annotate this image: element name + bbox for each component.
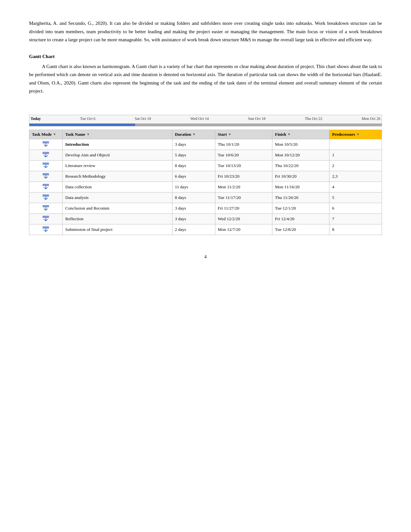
cell-start: Thu 10/1/20 [215,139,272,150]
cell-predecessors: 7 [329,213,382,224]
th-start-label: Start [218,132,227,137]
cell-task-mode [29,182,63,192]
table-row: Develop Aim and Objecti5 daysTue 10/6/20… [29,150,382,160]
cell-finish: Tue 12/1/20 [272,203,329,213]
th-task-name[interactable]: Task Name ▼ [63,130,172,139]
cell-predecessors: 5 [329,192,382,203]
cell-predecessors: 4 [329,182,382,192]
table-row: Conclusion and Recomm3 daysFri 11/27/20T… [29,203,382,213]
cell-task-name: Introduction [63,139,172,150]
table-row: Data collection11 daysMon 11/2/20Mon 11/… [29,182,382,192]
task-mode-icon [42,141,49,148]
table-row: Data analysis8 daysTue 11/17/20Thu 11/26… [29,192,382,203]
cell-task-name: Literature review [63,160,172,171]
page-number: 4 [29,254,382,260]
cell-finish: Mon 10/5/20 [272,139,329,150]
svg-rect-16 [43,226,49,229]
table-row: Research Methodology6 daysFri 10/23/20Fr… [29,171,382,182]
cell-task-name: Reflection [63,213,172,224]
cell-task-mode [29,203,63,213]
cell-finish: Thu 11/26/20 [272,192,329,203]
svg-rect-0 [43,141,49,143]
th-duration-arrow: ▼ [192,133,196,136]
svg-rect-12 [43,205,49,207]
th-start-arrow: ▼ [228,133,231,136]
gantt-timeline-progress-bar [29,123,382,126]
cell-finish: Fri 10/30/20 [272,171,329,182]
th-start[interactable]: Start ▼ [215,130,272,139]
cell-duration: 3 days [172,203,215,213]
cell-start: Fri 10/23/20 [215,171,272,182]
cell-task-mode [29,213,63,224]
cell-predecessors: 1 [329,150,382,160]
gantt-chart-container: Today Tue Oct 6 Sat Oct 10 Wed Oct 14 Su… [29,115,382,235]
th-predecessors[interactable]: Predecessors ▼ [329,130,382,139]
cell-task-name: Submission of final project [63,224,172,235]
cell-finish: Mon 11/16/20 [272,182,329,192]
task-mode-icon [42,173,49,180]
table-header-row: Task Mode ▼ Task Name ▼ Duration ▼ [29,130,382,139]
cell-start: Tue 11/17/20 [215,192,272,203]
cell-task-name: Research Methodology [63,171,172,182]
table-row: Literature review8 daysTue 10/13/20Thu 1… [29,160,382,171]
cell-task-name: Conclusion and Recomm [63,203,172,213]
th-predecessors-label: Predecessors [332,132,355,137]
svg-rect-2 [43,152,49,154]
cell-duration: 3 days [172,139,215,150]
gantt-table: Task Mode ▼ Task Name ▼ Duration ▼ [29,130,382,235]
gantt-timeline: Today Tue Oct 6 Sat Oct 10 Wed Oct 14 Su… [29,115,382,126]
cell-finish: Mon 10/12/20 [272,150,329,160]
th-finish-label: Finish [275,132,286,137]
cell-task-mode [29,224,63,235]
cell-predecessors: 2,3 [329,171,382,182]
task-mode-icon [42,152,49,159]
th-finish[interactable]: Finish ▼ [272,130,329,139]
cell-task-name: Develop Aim and Objecti [63,150,172,160]
task-mode-icon [42,226,49,233]
svg-rect-8 [43,184,49,186]
svg-rect-14 [43,216,49,218]
cell-duration: 6 days [172,171,215,182]
cell-start: Fri 11/27/20 [215,203,272,213]
cell-task-name: Data collection [63,182,172,192]
timeline-label-today: Today [31,116,41,121]
th-task-mode-label: Task Mode [32,132,52,137]
th-task-mode-arrow: ▼ [53,133,56,136]
cell-duration: 8 days [172,192,215,203]
timeline-label-sun-oct-18: Sun Oct 18 [248,116,265,121]
timeline-label-thu-oct-22: Thu Oct 22 [305,116,322,121]
cell-task-mode [29,192,63,203]
cell-finish: Fri 12/4/20 [272,213,329,224]
th-task-name-label: Task Name [65,132,85,137]
cell-finish: Thu 10/22/20 [272,160,329,171]
th-task-mode[interactable]: Task Mode ▼ [29,130,63,139]
cell-predecessors: 8 [329,224,382,235]
cell-duration: 3 days [172,213,215,224]
cell-task-name: Data analysis [63,192,172,203]
cell-predecessors: 2 [329,160,382,171]
cell-start: Mon 12/7/20 [215,224,272,235]
cell-start: Tue 10/6/20 [215,150,272,160]
task-mode-icon [42,194,49,201]
svg-rect-6 [43,173,49,175]
th-finish-arrow: ▼ [288,133,291,136]
cell-start: Tue 10/13/20 [215,160,272,171]
task-mode-icon [42,183,49,191]
gantt-chart-heading: Gantt Chart [29,54,382,59]
paragraph-2: A Gantt chart is also known as harmonogr… [29,63,382,95]
svg-rect-4 [43,163,49,165]
cell-duration: 5 days [172,150,215,160]
table-row: Reflection3 daysWed 12/2/20Fri 12/4/207 [29,213,382,224]
th-duration[interactable]: Duration ▼ [172,130,215,139]
timeline-label-mon-oct-26: Mon Oct 26 [362,116,380,121]
table-row: Introduction3 daysThu 10/1/20Mon 10/5/20 [29,139,382,150]
cell-predecessors [329,139,382,150]
cell-duration: 11 days [172,182,215,192]
cell-start: Mon 11/2/20 [215,182,272,192]
th-predecessors-arrow: ▼ [357,133,360,136]
cell-start: Wed 12/2/20 [215,213,272,224]
gantt-table-body: Introduction3 daysThu 10/1/20Mon 10/5/20… [29,139,382,235]
timeline-label-tue-oct-6: Tue Oct 6 [80,116,95,121]
th-duration-label: Duration [175,132,191,137]
task-mode-icon [42,205,49,212]
